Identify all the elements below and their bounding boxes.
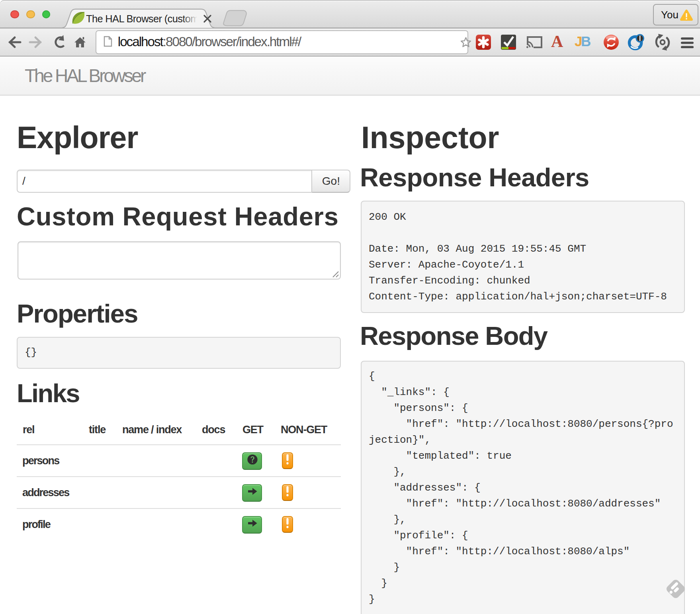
svg-text:A: A xyxy=(551,33,563,51)
svg-text:B: B xyxy=(581,33,591,49)
